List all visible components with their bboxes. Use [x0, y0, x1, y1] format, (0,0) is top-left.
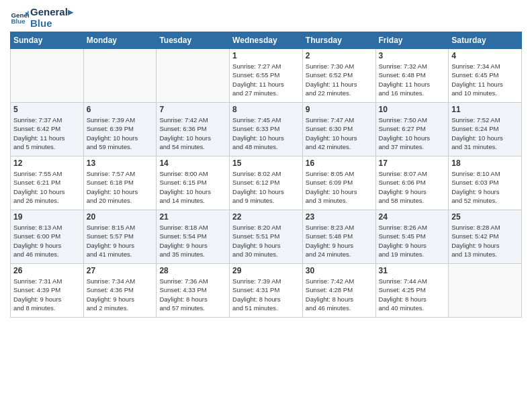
- calendar-cell: 28Sunrise: 7:36 AMSunset: 4:33 PMDayligh…: [157, 264, 230, 318]
- calendar-cell: 12Sunrise: 7:55 AMSunset: 6:21 PMDayligh…: [11, 156, 84, 210]
- day-number: 15: [232, 158, 300, 168]
- day-info: Sunrise: 8:02 AMSunset: 6:12 PMDaylight:…: [232, 169, 300, 205]
- day-info: Sunrise: 8:15 AMSunset: 5:57 PMDaylight:…: [87, 223, 154, 259]
- logo-icon: General Blue: [10, 9, 29, 28]
- day-info: Sunrise: 7:57 AMSunset: 6:18 PMDaylight:…: [87, 169, 154, 205]
- day-number: 17: [379, 158, 446, 168]
- calendar-cell: [11, 49, 84, 103]
- calendar-cell: 15Sunrise: 8:02 AMSunset: 6:12 PMDayligh…: [230, 156, 303, 210]
- day-number: 23: [306, 212, 373, 222]
- calendar-table: SundayMondayTuesdayWednesdayThursdayFrid…: [10, 32, 522, 318]
- day-info: Sunrise: 8:13 AMSunset: 6:00 PMDaylight:…: [13, 223, 81, 259]
- day-number: 21: [159, 212, 226, 222]
- day-number: 31: [379, 266, 446, 275]
- day-info: Sunrise: 8:18 AMSunset: 5:54 PMDaylight:…: [159, 223, 226, 259]
- calendar-cell: 21Sunrise: 8:18 AMSunset: 5:54 PMDayligh…: [157, 210, 230, 264]
- calendar-cell: 13Sunrise: 7:57 AMSunset: 6:18 PMDayligh…: [83, 156, 157, 210]
- calendar-cell: 17Sunrise: 8:07 AMSunset: 6:06 PMDayligh…: [375, 156, 449, 210]
- calendar-cell: [83, 49, 157, 103]
- day-number: 30: [306, 266, 373, 275]
- day-number: 3: [379, 51, 446, 60]
- calendar-cell: 31Sunrise: 7:44 AMSunset: 4:25 PMDayligh…: [375, 264, 449, 318]
- day-info: Sunrise: 7:39 AMSunset: 4:31 PMDaylight:…: [232, 277, 300, 312]
- day-info: Sunrise: 8:20 AMSunset: 5:51 PMDaylight:…: [232, 223, 300, 259]
- calendar-cell: 5Sunrise: 7:37 AMSunset: 6:42 PMDaylight…: [11, 103, 84, 156]
- day-info: Sunrise: 7:42 AMSunset: 4:28 PMDaylight:…: [306, 277, 373, 312]
- day-info: Sunrise: 7:44 AMSunset: 4:25 PMDaylight:…: [379, 277, 446, 312]
- day-number: 10: [379, 105, 446, 114]
- day-number: 22: [232, 212, 300, 222]
- calendar-cell: 1Sunrise: 7:27 AMSunset: 6:55 PMDaylight…: [230, 49, 303, 103]
- svg-text:Blue: Blue: [11, 17, 26, 25]
- day-info: Sunrise: 7:34 AMSunset: 4:36 PMDaylight:…: [87, 277, 154, 312]
- day-number: 26: [13, 266, 81, 275]
- calendar-cell: 8Sunrise: 7:45 AMSunset: 6:33 PMDaylight…: [230, 103, 303, 156]
- logo-blue: Blue: [30, 18, 73, 30]
- calendar-cell: [449, 264, 522, 318]
- day-info: Sunrise: 7:37 AMSunset: 6:42 PMDaylight:…: [13, 116, 81, 151]
- day-info: Sunrise: 7:55 AMSunset: 6:21 PMDaylight:…: [13, 169, 81, 205]
- day-number: 28: [159, 266, 226, 275]
- day-number: 14: [159, 158, 226, 168]
- day-number: 7: [159, 105, 226, 114]
- calendar-cell: 14Sunrise: 8:00 AMSunset: 6:15 PMDayligh…: [157, 156, 230, 210]
- column-header-saturday: Saturday: [449, 32, 522, 49]
- calendar-cell: 10Sunrise: 7:50 AMSunset: 6:27 PMDayligh…: [375, 103, 449, 156]
- day-info: Sunrise: 8:26 AMSunset: 5:45 PMDaylight:…: [379, 223, 446, 259]
- day-info: Sunrise: 7:27 AMSunset: 6:55 PMDaylight:…: [232, 62, 300, 97]
- column-header-monday: Monday: [83, 32, 157, 49]
- week-row-5: 26Sunrise: 7:31 AMSunset: 4:39 PMDayligh…: [11, 264, 522, 318]
- day-info: Sunrise: 7:47 AMSunset: 6:30 PMDaylight:…: [306, 116, 373, 151]
- day-info: Sunrise: 8:10 AMSunset: 6:03 PMDaylight:…: [451, 169, 519, 205]
- calendar-cell: 27Sunrise: 7:34 AMSunset: 4:36 PMDayligh…: [83, 264, 157, 318]
- calendar-cell: 4Sunrise: 7:34 AMSunset: 6:45 PMDaylight…: [449, 49, 522, 103]
- day-info: Sunrise: 8:23 AMSunset: 5:48 PMDaylight:…: [306, 223, 373, 259]
- day-info: Sunrise: 8:00 AMSunset: 6:15 PMDaylight:…: [159, 169, 226, 205]
- week-row-3: 12Sunrise: 7:55 AMSunset: 6:21 PMDayligh…: [11, 156, 522, 210]
- logo: General Blue General▸ Blue: [10, 7, 73, 29]
- day-number: 13: [87, 158, 154, 168]
- day-number: 24: [379, 212, 446, 222]
- column-header-friday: Friday: [375, 32, 449, 49]
- day-number: 25: [451, 212, 519, 222]
- day-number: 8: [232, 105, 300, 114]
- column-header-tuesday: Tuesday: [157, 32, 230, 49]
- calendar-cell: 9Sunrise: 7:47 AMSunset: 6:30 PMDaylight…: [302, 103, 375, 156]
- day-number: 5: [13, 105, 81, 114]
- day-number: 2: [306, 51, 373, 60]
- calendar-header-row: SundayMondayTuesdayWednesdayThursdayFrid…: [11, 32, 522, 49]
- calendar-cell: 16Sunrise: 8:05 AMSunset: 6:09 PMDayligh…: [302, 156, 375, 210]
- calendar-cell: 29Sunrise: 7:39 AMSunset: 4:31 PMDayligh…: [230, 264, 303, 318]
- column-header-wednesday: Wednesday: [230, 32, 303, 49]
- day-info: Sunrise: 7:39 AMSunset: 6:39 PMDaylight:…: [87, 116, 154, 151]
- day-number: 29: [232, 266, 300, 275]
- calendar-cell: 22Sunrise: 8:20 AMSunset: 5:51 PMDayligh…: [230, 210, 303, 264]
- day-info: Sunrise: 8:07 AMSunset: 6:06 PMDaylight:…: [379, 169, 446, 205]
- day-info: Sunrise: 7:30 AMSunset: 6:52 PMDaylight:…: [306, 62, 373, 97]
- day-info: Sunrise: 7:31 AMSunset: 4:39 PMDaylight:…: [13, 277, 81, 312]
- logo-general: General▸: [30, 7, 73, 18]
- calendar-container: General Blue General▸ Blue SundayMondayT…: [0, 0, 532, 324]
- calendar-cell: 24Sunrise: 8:26 AMSunset: 5:45 PMDayligh…: [375, 210, 449, 264]
- week-row-2: 5Sunrise: 7:37 AMSunset: 6:42 PMDaylight…: [11, 103, 522, 156]
- column-header-sunday: Sunday: [11, 32, 84, 49]
- day-info: Sunrise: 7:52 AMSunset: 6:24 PMDaylight:…: [451, 116, 519, 151]
- day-number: 4: [451, 51, 519, 60]
- day-info: Sunrise: 7:32 AMSunset: 6:48 PMDaylight:…: [379, 62, 446, 97]
- calendar-cell: 6Sunrise: 7:39 AMSunset: 6:39 PMDaylight…: [83, 103, 157, 156]
- week-row-1: 1Sunrise: 7:27 AMSunset: 6:55 PMDaylight…: [11, 49, 522, 103]
- header: General Blue General▸ Blue: [10, 7, 522, 29]
- calendar-cell: 11Sunrise: 7:52 AMSunset: 6:24 PMDayligh…: [449, 103, 522, 156]
- day-number: 12: [13, 158, 81, 168]
- day-info: Sunrise: 7:50 AMSunset: 6:27 PMDaylight:…: [379, 116, 446, 151]
- day-info: Sunrise: 8:05 AMSunset: 6:09 PMDaylight:…: [306, 169, 373, 205]
- day-number: 19: [13, 212, 81, 222]
- calendar-cell: 18Sunrise: 8:10 AMSunset: 6:03 PMDayligh…: [449, 156, 522, 210]
- calendar-cell: 2Sunrise: 7:30 AMSunset: 6:52 PMDaylight…: [302, 49, 375, 103]
- calendar-cell: 26Sunrise: 7:31 AMSunset: 4:39 PMDayligh…: [11, 264, 84, 318]
- day-number: 16: [306, 158, 373, 168]
- column-header-thursday: Thursday: [302, 32, 375, 49]
- day-number: 11: [451, 105, 519, 114]
- day-number: 18: [451, 158, 519, 168]
- day-number: 1: [232, 51, 300, 60]
